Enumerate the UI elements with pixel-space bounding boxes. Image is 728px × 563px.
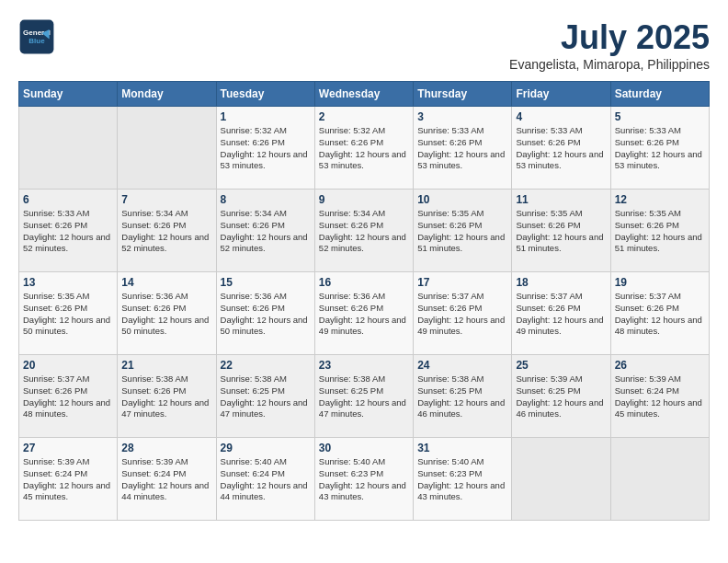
day-number: 27 <box>23 442 113 454</box>
day-info: Sunrise: 5:35 AM Sunset: 6:26 PM Dayligh… <box>23 291 113 338</box>
day-info: Sunrise: 5:37 AM Sunset: 6:26 PM Dayligh… <box>23 373 113 420</box>
day-info: Sunrise: 5:36 AM Sunset: 6:26 PM Dayligh… <box>319 291 409 338</box>
day-number: 11 <box>516 193 606 206</box>
day-number: 7 <box>121 193 211 206</box>
day-number: 2 <box>319 110 409 123</box>
calendar-cell: 23Sunrise: 5:38 AM Sunset: 6:25 PM Dayli… <box>314 355 413 438</box>
weekday-header-friday: Friday <box>512 82 610 107</box>
day-number: 21 <box>121 359 211 372</box>
day-number: 12 <box>615 193 705 206</box>
calendar-cell: 7Sunrise: 5:34 AM Sunset: 6:26 PM Daylig… <box>118 190 216 272</box>
weekday-header-tuesday: Tuesday <box>216 82 314 107</box>
day-info: Sunrise: 5:40 AM Sunset: 6:23 PM Dayligh… <box>319 456 409 503</box>
day-number: 18 <box>516 276 606 289</box>
day-number: 24 <box>417 359 507 372</box>
day-info: Sunrise: 5:37 AM Sunset: 6:26 PM Dayligh… <box>417 291 507 338</box>
day-number: 28 <box>121 442 211 454</box>
svg-text:Blue: Blue <box>28 37 45 45</box>
day-info: Sunrise: 5:33 AM Sunset: 6:26 PM Dayligh… <box>23 208 113 255</box>
day-number: 20 <box>23 359 113 372</box>
calendar-cell: 9Sunrise: 5:34 AM Sunset: 6:26 PM Daylig… <box>314 190 413 272</box>
day-number: 1 <box>221 110 311 123</box>
calendar-cell: 12Sunrise: 5:35 AM Sunset: 6:26 PM Dayli… <box>610 190 709 272</box>
calendar: SundayMondayTuesdayWednesdayThursdayFrid… <box>18 81 710 521</box>
calendar-cell: 31Sunrise: 5:40 AM Sunset: 6:23 PM Dayli… <box>414 438 512 521</box>
calendar-cell: 19Sunrise: 5:37 AM Sunset: 6:26 PM Dayli… <box>610 272 709 355</box>
weekday-header-sunday: Sunday <box>19 82 118 107</box>
calendar-cell: 26Sunrise: 5:39 AM Sunset: 6:24 PM Dayli… <box>610 355 709 438</box>
day-number: 6 <box>23 193 113 206</box>
day-info: Sunrise: 5:34 AM Sunset: 6:26 PM Dayligh… <box>319 208 409 255</box>
day-number: 30 <box>319 442 409 454</box>
day-info: Sunrise: 5:32 AM Sunset: 6:26 PM Dayligh… <box>221 125 311 172</box>
calendar-cell: 8Sunrise: 5:34 AM Sunset: 6:26 PM Daylig… <box>216 190 314 272</box>
day-info: Sunrise: 5:39 AM Sunset: 6:24 PM Dayligh… <box>23 456 113 503</box>
calendar-cell: 2Sunrise: 5:32 AM Sunset: 6:26 PM Daylig… <box>314 107 413 190</box>
day-number: 16 <box>319 276 409 289</box>
day-info: Sunrise: 5:40 AM Sunset: 6:23 PM Dayligh… <box>417 456 507 503</box>
title-block: July 2025 Evangelista, Mimaropa, Philipp… <box>509 18 710 72</box>
day-number: 17 <box>417 276 507 289</box>
calendar-cell: 17Sunrise: 5:37 AM Sunset: 6:26 PM Dayli… <box>414 272 512 355</box>
day-info: Sunrise: 5:38 AM Sunset: 6:25 PM Dayligh… <box>417 373 507 420</box>
calendar-cell: 28Sunrise: 5:39 AM Sunset: 6:24 PM Dayli… <box>118 438 216 521</box>
day-number: 14 <box>121 276 211 289</box>
calendar-cell: 18Sunrise: 5:37 AM Sunset: 6:26 PM Dayli… <box>512 272 610 355</box>
day-number: 26 <box>615 359 705 372</box>
day-info: Sunrise: 5:37 AM Sunset: 6:26 PM Dayligh… <box>615 291 705 338</box>
calendar-cell: 16Sunrise: 5:36 AM Sunset: 6:26 PM Dayli… <box>314 272 413 355</box>
day-number: 29 <box>221 442 311 454</box>
day-number: 23 <box>319 359 409 372</box>
calendar-cell: 4Sunrise: 5:33 AM Sunset: 6:26 PM Daylig… <box>512 107 610 190</box>
day-info: Sunrise: 5:33 AM Sunset: 6:26 PM Dayligh… <box>615 125 705 172</box>
day-info: Sunrise: 5:36 AM Sunset: 6:26 PM Dayligh… <box>221 291 311 338</box>
calendar-cell: 11Sunrise: 5:35 AM Sunset: 6:26 PM Dayli… <box>512 190 610 272</box>
day-number: 25 <box>516 359 606 372</box>
day-number: 9 <box>319 193 409 206</box>
day-info: Sunrise: 5:37 AM Sunset: 6:26 PM Dayligh… <box>516 291 606 338</box>
calendar-cell: 22Sunrise: 5:38 AM Sunset: 6:25 PM Dayli… <box>216 355 314 438</box>
day-info: Sunrise: 5:34 AM Sunset: 6:26 PM Dayligh… <box>221 208 311 255</box>
calendar-cell: 20Sunrise: 5:37 AM Sunset: 6:26 PM Dayli… <box>19 355 118 438</box>
day-number: 19 <box>615 276 705 289</box>
day-info: Sunrise: 5:35 AM Sunset: 6:26 PM Dayligh… <box>516 208 606 255</box>
day-info: Sunrise: 5:39 AM Sunset: 6:24 PM Dayligh… <box>121 456 211 503</box>
calendar-cell: 27Sunrise: 5:39 AM Sunset: 6:24 PM Dayli… <box>19 438 118 521</box>
day-number: 31 <box>417 442 507 454</box>
logo: General Blue <box>18 18 59 55</box>
weekday-header-saturday: Saturday <box>610 82 709 107</box>
day-info: Sunrise: 5:32 AM Sunset: 6:26 PM Dayligh… <box>319 125 409 172</box>
calendar-cell <box>118 107 216 190</box>
day-info: Sunrise: 5:40 AM Sunset: 6:24 PM Dayligh… <box>221 456 311 503</box>
calendar-cell <box>512 438 610 521</box>
calendar-cell: 29Sunrise: 5:40 AM Sunset: 6:24 PM Dayli… <box>216 438 314 521</box>
month-year: July 2025 <box>509 18 710 57</box>
day-info: Sunrise: 5:38 AM Sunset: 6:25 PM Dayligh… <box>319 373 409 420</box>
calendar-cell: 5Sunrise: 5:33 AM Sunset: 6:26 PM Daylig… <box>610 107 709 190</box>
day-number: 4 <box>516 110 606 123</box>
day-number: 10 <box>417 193 507 206</box>
day-info: Sunrise: 5:35 AM Sunset: 6:26 PM Dayligh… <box>615 208 705 255</box>
calendar-cell <box>610 438 709 521</box>
weekday-header-thursday: Thursday <box>414 82 512 107</box>
calendar-cell: 25Sunrise: 5:39 AM Sunset: 6:25 PM Dayli… <box>512 355 610 438</box>
day-info: Sunrise: 5:33 AM Sunset: 6:26 PM Dayligh… <box>516 125 606 172</box>
calendar-cell: 30Sunrise: 5:40 AM Sunset: 6:23 PM Dayli… <box>314 438 413 521</box>
location: Evangelista, Mimaropa, Philippines <box>509 57 710 72</box>
day-info: Sunrise: 5:34 AM Sunset: 6:26 PM Dayligh… <box>121 208 211 255</box>
day-number: 3 <box>417 110 507 123</box>
day-info: Sunrise: 5:38 AM Sunset: 6:26 PM Dayligh… <box>121 373 211 420</box>
calendar-cell: 1Sunrise: 5:32 AM Sunset: 6:26 PM Daylig… <box>216 107 314 190</box>
day-number: 15 <box>221 276 311 289</box>
calendar-cell <box>19 107 118 190</box>
day-info: Sunrise: 5:36 AM Sunset: 6:26 PM Dayligh… <box>121 291 211 338</box>
weekday-header-monday: Monday <box>118 82 216 107</box>
day-info: Sunrise: 5:39 AM Sunset: 6:24 PM Dayligh… <box>615 373 705 420</box>
calendar-cell: 3Sunrise: 5:33 AM Sunset: 6:26 PM Daylig… <box>414 107 512 190</box>
weekday-header-wednesday: Wednesday <box>314 82 413 107</box>
calendar-cell: 14Sunrise: 5:36 AM Sunset: 6:26 PM Dayli… <box>118 272 216 355</box>
logo-icon: General Blue <box>18 18 55 55</box>
day-info: Sunrise: 5:35 AM Sunset: 6:26 PM Dayligh… <box>417 208 507 255</box>
day-info: Sunrise: 5:33 AM Sunset: 6:26 PM Dayligh… <box>417 125 507 172</box>
calendar-cell: 24Sunrise: 5:38 AM Sunset: 6:25 PM Dayli… <box>414 355 512 438</box>
